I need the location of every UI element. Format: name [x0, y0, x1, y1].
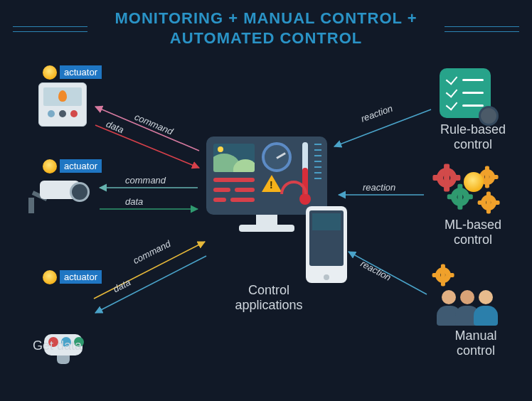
- lbl-data-3: data: [112, 277, 132, 294]
- actuator-tag-3: actuator: [60, 270, 102, 284]
- lbl-data-1: data: [105, 119, 125, 136]
- thermostat-icon: [38, 82, 87, 127]
- left-caption: Get data: [33, 338, 82, 353]
- lbl-data-2: data: [125, 196, 143, 207]
- actuator-tag-2: actuator: [60, 159, 102, 173]
- ml-based-icon: [435, 166, 504, 216]
- lbl-react-1: reaction: [359, 103, 394, 124]
- center-caption: Control applications: [226, 283, 312, 312]
- lbl-react-3: reaction: [358, 258, 393, 283]
- lbl-cmd-2: command: [125, 175, 166, 186]
- manual-control-icon: [437, 276, 501, 326]
- title-line-1: MONITORING + MANUAL CONTROL +: [115, 9, 417, 27]
- actuator-tag-1: actuator: [60, 65, 102, 79]
- svg-line-0: [95, 125, 199, 168]
- camera-icon: [33, 178, 94, 220]
- lbl-react-2: reaction: [363, 182, 395, 193]
- title-rule-right: [445, 26, 519, 32]
- title-line-2: AUTOMATED CONTROL: [170, 29, 362, 47]
- lbl-cmd-3: command: [132, 238, 173, 266]
- mobile-app-icon: [306, 206, 347, 283]
- lightbulb-icon: [43, 270, 57, 284]
- manual-caption: Manual control: [437, 328, 515, 358]
- title-rule-left: [13, 26, 87, 32]
- rule-based-caption: Rule-based control: [434, 122, 512, 151]
- lbl-cmd-1: command: [133, 112, 174, 137]
- lightbulb-icon: [43, 65, 57, 80]
- lightbulb-icon: [43, 159, 57, 173]
- ml-based-caption: ML-based control: [434, 218, 512, 247]
- rule-based-icon: [440, 68, 491, 118]
